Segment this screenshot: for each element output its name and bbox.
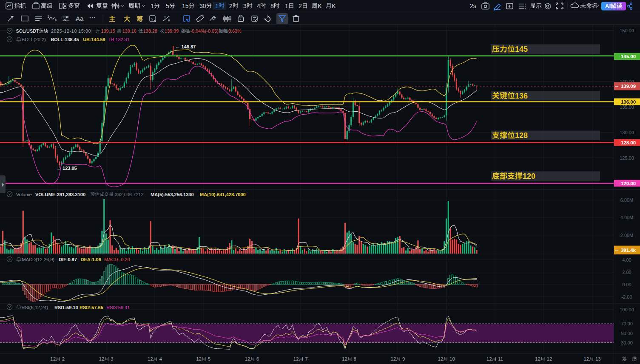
svg-text:11: 11 — [497, 356, 503, 361]
svg-text:2: 2 — [299, 3, 302, 9]
svg-text:MA(5):553,256.1340: MA(5):553,256.1340 — [151, 192, 194, 197]
svg-text:1: 1 — [151, 3, 154, 9]
svg-text:9: 9 — [401, 356, 405, 361]
svg-text:100.00: 100.00 — [620, 307, 634, 312]
svg-text:RSI(6,12,24): RSI(6,12,24) — [22, 305, 48, 310]
svg-text:BOLL:138.45: BOLL:138.45 — [51, 37, 79, 42]
svg-text:← 123.05: ← 123.05 — [57, 166, 77, 171]
svg-text:LB:132.31: LB:132.31 — [108, 37, 129, 42]
svg-text:2: 2 — [151, 17, 154, 21]
svg-text:139.15: 139.15 — [101, 28, 115, 34]
svg-text:139.09: 139.09 — [621, 84, 636, 89]
svg-text:12: 12 — [583, 356, 589, 361]
svg-text:391.4k: 391.4k — [621, 248, 636, 253]
svg-text:DIF:0.97: DIF:0.97 — [59, 257, 77, 262]
svg-text:12: 12 — [293, 356, 299, 361]
svg-text:12: 12 — [486, 356, 492, 361]
svg-text:4: 4 — [158, 356, 162, 361]
svg-text:8: 8 — [270, 3, 274, 9]
svg-text:2.00: 2.00 — [622, 270, 631, 275]
svg-text:SOL/USDT: SOL/USDT — [16, 28, 39, 34]
svg-text:120.00: 120.00 — [621, 181, 636, 186]
svg-text:50.00: 50.00 — [621, 331, 633, 336]
svg-text:8: 8 — [352, 356, 356, 361]
svg-text:K: K — [318, 3, 322, 9]
svg-text::392,046.7212: :392,046.7212 — [114, 192, 143, 197]
svg-text:136.00: 136.00 — [621, 99, 636, 104]
svg-text:Volume: Volume — [16, 192, 32, 197]
svg-text:1: 1 — [215, 3, 219, 9]
svg-text:7: 7 — [304, 356, 308, 361]
svg-text:12: 12 — [438, 356, 444, 361]
svg-text:6.00M: 6.00M — [620, 198, 634, 203]
svg-text:2: 2 — [229, 3, 233, 9]
svg-text:12: 12 — [245, 356, 250, 361]
svg-text:6: 6 — [255, 356, 259, 361]
svg-text:130.00: 130.00 — [620, 130, 634, 135]
svg-text:15: 15 — [182, 3, 189, 9]
svg-text:12: 12 — [535, 356, 540, 361]
svg-text:12: 12 — [148, 356, 153, 361]
svg-text:MACD:-0.20: MACD:-0.20 — [104, 257, 130, 262]
svg-text:120: 120 — [523, 172, 535, 181]
svg-text:5: 5 — [207, 356, 211, 361]
svg-text:4: 4 — [257, 3, 260, 9]
svg-text:145.00: 145.00 — [621, 54, 636, 59]
svg-text:UB:144.59: UB:144.59 — [83, 37, 105, 42]
svg-text:DEA:1.06: DEA:1.06 — [81, 257, 101, 262]
svg-text:138.28: 138.28 — [143, 28, 157, 34]
svg-text:-0.04%(-0.05): -0.04%(-0.05) — [191, 28, 219, 34]
svg-text:2.00M: 2.00M — [620, 233, 634, 238]
svg-text:70.00: 70.00 — [621, 321, 633, 326]
svg-text:10: 10 — [448, 356, 455, 361]
svg-text:12: 12 — [342, 356, 347, 361]
svg-text:128: 128 — [515, 131, 528, 140]
svg-text:K: K — [332, 3, 336, 9]
svg-text:1: 1 — [47, 14, 49, 19]
svg-text:3: 3 — [243, 3, 247, 9]
svg-text:-2.00: -2.00 — [621, 294, 632, 299]
svg-text:4.00: 4.00 — [622, 257, 631, 262]
svg-text:← 146.87: ← 146.87 — [176, 44, 196, 49]
svg-text:12: 12 — [99, 356, 105, 361]
svg-text:3: 3 — [109, 356, 114, 361]
svg-text:136: 136 — [515, 92, 528, 100]
svg-text:VOLUME:391,393.3100: VOLUME:391,393.3100 — [35, 192, 85, 197]
svg-text:RSI3:56.41: RSI3:56.41 — [106, 305, 130, 310]
svg-text:2: 2 — [61, 356, 65, 361]
svg-text:12: 12 — [196, 356, 202, 361]
svg-text:2s: 2s — [470, 3, 476, 9]
svg-text:30.00: 30.00 — [621, 340, 633, 345]
svg-text:145: 145 — [515, 45, 528, 54]
svg-text:···: ··· — [89, 14, 96, 21]
svg-text:5: 5 — [166, 3, 169, 9]
svg-text:12: 12 — [50, 356, 56, 361]
svg-text:139.16: 139.16 — [122, 28, 137, 34]
svg-text:150.00: 150.00 — [620, 28, 634, 33]
svg-text:RSI1:59.10: RSI1:59.10 — [54, 305, 78, 310]
svg-text:12: 12 — [545, 356, 552, 361]
svg-text:1: 1 — [285, 3, 288, 9]
svg-text:30: 30 — [199, 3, 206, 9]
svg-text:6: 6 — [55, 18, 57, 22]
svg-text:2025-12-10 15:00: 2025-12-10 15:00 — [51, 28, 91, 34]
svg-text:139.09: 139.09 — [165, 28, 179, 34]
svg-text:MA(10):641,428.7000: MA(10):641,428.7000 — [200, 192, 246, 197]
svg-text:AI: AI — [605, 3, 611, 9]
svg-text:0.63%: 0.63% — [228, 28, 242, 34]
svg-text:RSI2:57.65: RSI2:57.65 — [80, 305, 103, 310]
svg-text:Aa: Aa — [76, 15, 84, 22]
svg-text:BOLL(20,2): BOLL(20,2) — [22, 37, 46, 42]
svg-text:4.00M: 4.00M — [620, 215, 634, 220]
svg-text:128.00: 128.00 — [621, 140, 636, 145]
svg-text:13: 13 — [594, 356, 601, 361]
svg-text:0.00: 0.00 — [622, 282, 631, 287]
svg-text:125.00: 125.00 — [620, 155, 634, 161]
svg-text:MACD(12,26,9): MACD(12,26,9) — [22, 257, 54, 262]
svg-text:12: 12 — [390, 356, 396, 361]
